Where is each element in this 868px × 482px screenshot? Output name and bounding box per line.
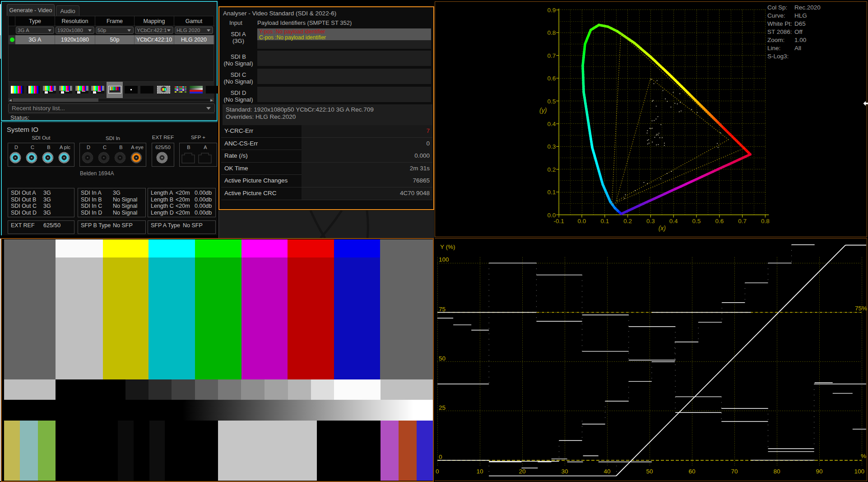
svg-text:75%: 75% bbox=[855, 305, 867, 312]
svg-text:Zoom:: Zoom: bbox=[767, 37, 784, 43]
svg-text:20: 20 bbox=[519, 468, 525, 475]
svg-text:0.8: 0.8 bbox=[547, 29, 556, 36]
svg-text:10: 10 bbox=[476, 468, 483, 475]
svg-text:D65: D65 bbox=[794, 20, 806, 27]
svg-text:90: 90 bbox=[816, 468, 822, 475]
svg-text:HLG: HLG bbox=[794, 12, 807, 19]
svg-text:50: 50 bbox=[439, 355, 446, 362]
svg-text:0.6: 0.6 bbox=[715, 218, 724, 225]
svg-text:0.8: 0.8 bbox=[761, 218, 770, 225]
svg-text:80: 80 bbox=[773, 468, 780, 475]
svg-text:White Pt:: White Pt: bbox=[767, 20, 792, 27]
svg-text:0.2: 0.2 bbox=[623, 218, 632, 225]
svg-text:60: 60 bbox=[688, 468, 695, 475]
svg-text:(y): (y) bbox=[539, 107, 547, 114]
svg-text:0.9: 0.9 bbox=[547, 7, 556, 14]
svg-text:0.4: 0.4 bbox=[669, 218, 678, 225]
svg-text:%: % bbox=[861, 453, 866, 459]
svg-text:0.3: 0.3 bbox=[646, 218, 655, 225]
svg-text:-0.1: -0.1 bbox=[554, 218, 564, 225]
svg-text:Line:: Line: bbox=[767, 45, 780, 51]
svg-text:0.5: 0.5 bbox=[692, 218, 701, 225]
svg-text:0.4: 0.4 bbox=[547, 121, 556, 127]
svg-text:40: 40 bbox=[603, 468, 610, 475]
svg-text:1.00: 1.00 bbox=[794, 37, 806, 43]
svg-text:0.0: 0.0 bbox=[547, 212, 556, 219]
svg-text:0: 0 bbox=[439, 454, 442, 460]
svg-text:70: 70 bbox=[731, 468, 738, 475]
svg-text:75: 75 bbox=[439, 306, 446, 313]
svg-text:Off: Off bbox=[794, 28, 803, 35]
svg-text:100: 100 bbox=[854, 468, 864, 475]
svg-text:Curve:: Curve: bbox=[767, 12, 785, 19]
svg-text:Rec.2020: Rec.2020 bbox=[794, 4, 821, 11]
svg-text:0.7: 0.7 bbox=[547, 52, 556, 59]
svg-text:0.7: 0.7 bbox=[738, 218, 747, 225]
svg-text:0.5: 0.5 bbox=[547, 98, 556, 105]
svg-text:0.0: 0.0 bbox=[578, 218, 586, 225]
svg-text:(x): (x) bbox=[659, 225, 666, 232]
svg-text:ST 2086:: ST 2086: bbox=[767, 28, 792, 35]
svg-text:100: 100 bbox=[439, 256, 449, 263]
svg-text:30: 30 bbox=[561, 468, 568, 475]
svg-text:50: 50 bbox=[646, 468, 653, 475]
svg-text:Col Sp:: Col Sp: bbox=[767, 4, 787, 11]
svg-text:All: All bbox=[794, 45, 801, 51]
svg-text:S-Log3:: S-Log3: bbox=[767, 53, 789, 60]
svg-text:0.1: 0.1 bbox=[547, 189, 556, 196]
svg-text:0.3: 0.3 bbox=[547, 143, 556, 150]
svg-text:0.2: 0.2 bbox=[547, 166, 556, 173]
svg-text:0.1: 0.1 bbox=[600, 218, 609, 225]
svg-text:0: 0 bbox=[436, 468, 439, 475]
svg-text:Y (%): Y (%) bbox=[440, 243, 455, 250]
svg-text:0.6: 0.6 bbox=[547, 75, 556, 82]
svg-text:25: 25 bbox=[439, 404, 446, 411]
